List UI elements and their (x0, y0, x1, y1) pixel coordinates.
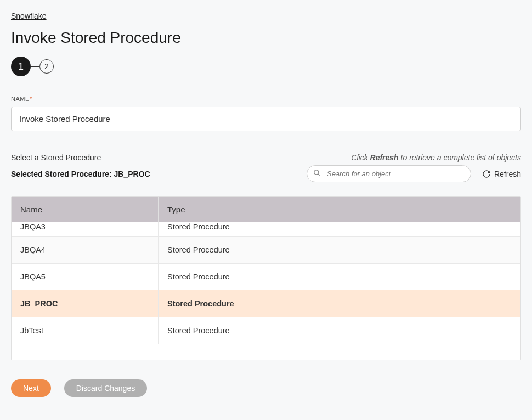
table-row[interactable]: JBQA5Stored Procedure (12, 264, 520, 290)
next-button[interactable]: Next (11, 379, 51, 397)
breadcrumb-link[interactable]: Snowflake (11, 12, 47, 20)
table-body[interactable]: JBQA3Stored ProcedureJBQA4Stored Procedu… (12, 222, 520, 360)
step-connector (31, 66, 39, 67)
refresh-button[interactable]: Refresh (482, 170, 521, 178)
table-row[interactable]: JBQA4Stored Procedure (12, 237, 520, 264)
cell-name: JBQA4 (12, 237, 159, 263)
table-row[interactable]: JbTestStored Procedure (12, 317, 520, 344)
refresh-icon (482, 170, 491, 178)
selected-procedure-label: Selected Stored Procedure: JB_PROC (11, 170, 150, 178)
stepper: 1 2 (11, 57, 521, 76)
table-row[interactable]: JB_PROCStored Procedure (12, 290, 520, 317)
cell-type: Stored Procedure (159, 264, 520, 290)
cell-name: JBQA5 (12, 264, 159, 290)
table-header-type: Type (159, 197, 520, 222)
cell-type: Stored Procedure (159, 237, 520, 263)
cell-name: JB_PROC (12, 290, 159, 317)
cell-name: JbTest (12, 317, 159, 344)
refresh-label: Refresh (494, 170, 521, 178)
discard-button[interactable]: Discard Changes (64, 379, 147, 397)
required-asterisk: * (30, 96, 32, 102)
select-procedure-label: Select a Stored Procedure (11, 153, 101, 162)
name-field-label: NAME* (11, 96, 521, 102)
step-1[interactable]: 1 (11, 57, 31, 76)
refresh-hint: Click Refresh to retrieve a complete lis… (351, 153, 521, 162)
step-2[interactable]: 2 (39, 59, 54, 74)
table-header-name: Name (12, 197, 159, 222)
cell-type: Stored Procedure (159, 290, 520, 317)
table-row[interactable]: JBQA3Stored Procedure (12, 222, 520, 237)
name-input[interactable] (11, 107, 521, 131)
cell-type: Stored Procedure (159, 317, 520, 344)
table-header: Name Type (12, 197, 520, 222)
page-title: Invoke Stored Procedure (11, 29, 521, 47)
cell-type: Stored Procedure (159, 222, 520, 236)
search-container (307, 165, 471, 182)
cell-name: JBQA3 (12, 222, 159, 236)
procedure-table: Name Type JBQA3Stored ProcedureJBQA4Stor… (11, 196, 521, 360)
search-input[interactable] (307, 165, 471, 182)
